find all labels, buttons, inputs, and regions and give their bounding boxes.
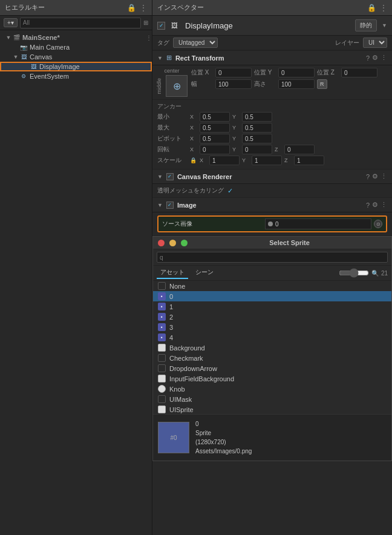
pos-x-input[interactable] [215, 68, 252, 77]
tree-item-main-camera[interactable]: 📷 Main Camera [0, 42, 152, 52]
rect-transform-btns: ? ⚙ ⋮ [366, 54, 387, 62]
sprite-item-none[interactable]: None [153, 281, 391, 291]
sprite-item-dropdownarrow[interactable]: DropdownArrow [153, 363, 391, 373]
scale-y[interactable] [252, 156, 282, 165]
display-image-icon: 🖼 [29, 62, 38, 71]
sprite-2-icon: ▪ [158, 313, 166, 321]
sprite-1-icon: ▪ [158, 303, 166, 310]
tag-select[interactable]: Untagged [173, 38, 218, 48]
inspector-menu-icon[interactable]: ⋮ [380, 4, 387, 12]
window-minimize-button[interactable] [169, 240, 176, 246]
scene-icon[interactable]: ⊞ [143, 19, 148, 26]
preview-size: (1280x720) [195, 438, 252, 447]
canvas-renderer-settings-icon[interactable]: ⚙ [372, 172, 378, 180]
tree-item-display-image[interactable]: 🖼 DisplayImage [0, 62, 152, 71]
static-dropdown-arrow[interactable]: ▼ [382, 22, 387, 28]
sprite-list: None ▪ 0 ▪ 1 ▪ 2 ▪ 3 ▪ [153, 281, 391, 414]
sprite-item-4[interactable]: ▪ 4 [153, 332, 391, 343]
canvas-renderer-section-header[interactable]: ▼ ✓ Canvas Renderer ? ⚙ ⋮ [152, 169, 392, 184]
anchor-pivot-box[interactable]: ⊕ [166, 75, 188, 97]
scale-label: スケール [157, 156, 188, 165]
rect-transform-section-header[interactable]: ▼ ⊞ Rect Transform ? ⚙ ⋮ [152, 50, 392, 65]
sprite-none-icon [158, 282, 166, 290]
active-checkbox[interactable]: ✓ [157, 22, 165, 30]
reset-button[interactable]: R [317, 79, 327, 89]
tree-item-canvas[interactable]: ▼ 🖼 Canvas [0, 52, 152, 62]
rot-z[interactable] [284, 145, 315, 154]
anchor-min-x-axis: X [190, 114, 197, 120]
scale-x[interactable] [209, 156, 240, 165]
pivot-x-axis: X [190, 136, 197, 142]
canvas-renderer-more-icon[interactable]: ⋮ [381, 172, 387, 180]
sprite-dropdownarrow-label: DropdownArrow [169, 365, 217, 372]
sprite-item-2[interactable]: ▪ 2 [153, 312, 391, 322]
preview-name: Sprite [195, 428, 252, 438]
object-name: DisplayImage [185, 21, 350, 30]
rect-transform-settings-icon[interactable]: ⚙ [372, 54, 378, 62]
rect-transform-more-icon[interactable]: ⋮ [381, 54, 387, 62]
image-settings-icon[interactable]: ⚙ [372, 201, 378, 209]
sprite-item-inputfieldbg[interactable]: InputFieldBackground [153, 373, 391, 384]
sprite-tab-assets[interactable]: アセット [157, 267, 188, 279]
rot-x[interactable] [200, 145, 230, 154]
sprite-item-0[interactable]: ▪ 0 [153, 291, 391, 301]
layer-select[interactable]: UI [363, 38, 387, 48]
scale-y-axis: Y [242, 157, 249, 163]
anchor-max-x[interactable] [200, 123, 230, 133]
window-close-button[interactable] [158, 240, 165, 246]
rect-transform-help-icon[interactable]: ? [366, 54, 370, 62]
tree-item-event-system[interactable]: ⚙ EventSystem [0, 71, 152, 81]
anchor-header-row: アンカー [157, 102, 387, 111]
image-more-icon[interactable]: ⋮ [381, 201, 387, 209]
hierarchy-panel: ヒエラルキー 🔒 ⋮ +▾ ⊞ ▼ 🎬 MainScene* ⋮ 📷 Main … [0, 0, 152, 535]
sprite-item-uisprite[interactable]: UISprite [153, 404, 391, 414]
menu-icon[interactable]: ⋮ [140, 4, 147, 12]
rot-y[interactable] [242, 145, 272, 154]
sprite-item-knob[interactable]: Knob [153, 384, 391, 394]
source-image-value-box[interactable]: 0 [265, 218, 371, 229]
anchor-max-y[interactable] [242, 123, 272, 133]
source-image-picker-button[interactable]: ⊙ [374, 220, 382, 228]
scale-z[interactable] [294, 156, 324, 165]
preview-info: 0 Sprite (1280x720) Assets/Images/0.png [195, 419, 252, 456]
image-checkbox[interactable]: ✓ [166, 202, 174, 209]
sprite-item-1[interactable]: ▪ 1 [153, 301, 391, 312]
pivot-y-axis: Y [232, 136, 240, 142]
window-maximize-button[interactable] [181, 240, 188, 246]
anchor-min-y[interactable] [242, 112, 272, 122]
sprite-count-number: 21 [381, 270, 388, 277]
pivot-y[interactable] [242, 134, 272, 143]
sprite-2-label: 2 [169, 313, 173, 321]
canvas-renderer-help-icon[interactable]: ? [366, 173, 370, 180]
pivot-x[interactable] [200, 134, 230, 143]
height-input[interactable] [278, 79, 315, 89]
inspector-lock-icon[interactable]: 🔒 [367, 4, 376, 12]
canvas-renderer-checkbox[interactable]: ✓ [166, 173, 174, 180]
lock-icon[interactable]: 🔒 [127, 4, 136, 12]
layer-label: レイヤー [335, 39, 359, 47]
sprite-item-checkmark[interactable]: Checkmark [153, 353, 391, 363]
scale-x-axis: X [200, 157, 207, 163]
preview-path: Assets/Images/0.png [195, 447, 252, 456]
preview-thumbnail: #0 [158, 422, 189, 453]
static-button[interactable]: 静的 [355, 19, 377, 31]
sprite-item-3[interactable]: ▪ 3 [153, 322, 391, 332]
scene-menu-icon[interactable]: ⋮ [146, 34, 152, 41]
sprite-item-background[interactable]: Background [153, 343, 391, 353]
width-input[interactable] [215, 79, 252, 89]
pos-y-input[interactable] [278, 68, 315, 77]
add-button[interactable]: +▾ [4, 18, 18, 27]
sprite-tab-scene[interactable]: シーン [192, 267, 217, 279]
image-help-icon[interactable]: ? [366, 202, 370, 209]
scene-root-item[interactable]: ▼ 🎬 MainScene* ⋮ [0, 33, 152, 42]
canvas-icon: 🖼 [19, 53, 28, 61]
image-section-header[interactable]: ▼ ✓ Image ? ⚙ ⋮ [152, 197, 392, 212]
mesh-culling-checkmark[interactable]: ✓ [227, 187, 233, 195]
sprite-search-input[interactable] [157, 252, 388, 263]
anchor-min-x[interactable] [200, 112, 230, 122]
sprite-preview-area: #0 0 Sprite (1280x720) Assets/Images/0.p… [153, 414, 391, 461]
sprite-item-uimask[interactable]: UIMask [153, 394, 391, 404]
pos-z-input[interactable] [341, 68, 377, 77]
search-input[interactable] [20, 18, 141, 28]
sprite-size-slider[interactable] [339, 268, 369, 278]
